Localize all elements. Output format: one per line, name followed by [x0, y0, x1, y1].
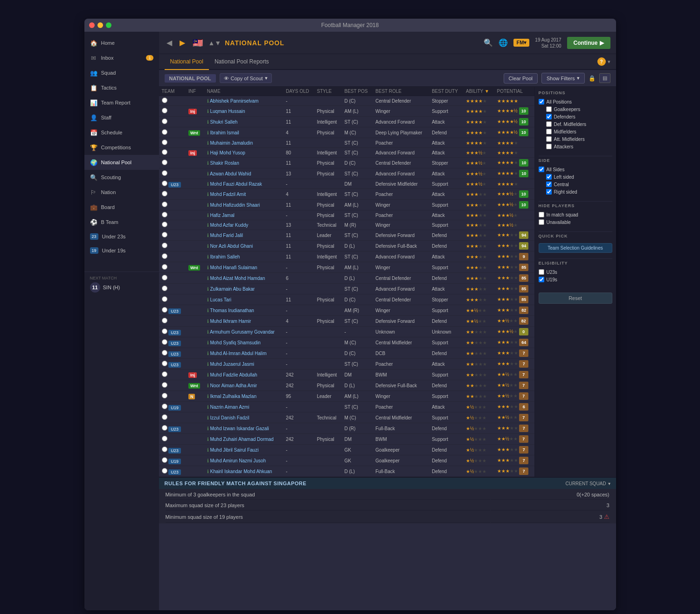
row-selector[interactable] [162, 140, 167, 145]
filter-defenders[interactable]: Defenders [539, 113, 612, 120]
player-info-icon[interactable]: ℹ [207, 98, 209, 104]
row-selector[interactable] [162, 264, 167, 270]
row-selector[interactable] [162, 339, 167, 345]
table-row[interactable]: ℹ Mohd Aizat Mohd Hamdan 6 D (L) Central… [159, 273, 534, 284]
filter-att-midfielders[interactable]: Att. Midfielders [539, 135, 612, 143]
table-row[interactable]: ℹ Zulkarnain Abu Bakar - ST (C) Advanced… [159, 284, 534, 294]
player-info-icon[interactable]: ℹ [207, 297, 209, 302]
table-row[interactable]: ℹ Hafiz Jamal - Physical ST (C) Poacher … [159, 210, 534, 220]
row-selector[interactable] [162, 191, 167, 196]
filter-central[interactable]: Central [539, 181, 612, 188]
cell-name[interactable]: ℹ Mohd Hanafi Sulaiman [204, 262, 283, 273]
player-info-icon[interactable]: ℹ [207, 181, 209, 187]
row-selector[interactable] [162, 447, 167, 452]
player-info-icon[interactable]: ℹ [207, 340, 209, 345]
table-row[interactable]: U23 ℹ Khairil Iskandar Mohd Ahkuan - D (… [159, 466, 534, 477]
cell-name[interactable]: ℹ Muhd Farid Jalil [204, 230, 283, 241]
table-row[interactable]: Inj ℹ Haji Mohd Yusop 80 Intelligent ST … [159, 148, 534, 158]
table-row[interactable]: U23 ℹ Muhd Juzaerul Jasmi - ST (C) Poach… [159, 359, 534, 370]
player-info-icon[interactable]: ℹ [207, 405, 209, 410]
show-filters-button[interactable]: Show Filters ▾ [541, 73, 585, 84]
row-selector[interactable] [162, 108, 167, 113]
tab-national-pool[interactable]: National Pool [165, 54, 209, 70]
table-row[interactable]: U23 ℹ Muhd Jibril Sairul Fauzi - GK Goal… [159, 445, 534, 455]
table-row[interactable]: ℹ Shukri Salleh 11 Intelligent ST (C) Ad… [159, 117, 534, 127]
table-row[interactable]: ℹ Mohd Fadzil Amit 4 Intelligent ST (C) … [159, 189, 534, 200]
cell-name[interactable]: ℹ Muhd Jibril Sairul Fauzi [204, 445, 283, 455]
sidebar-item-home[interactable]: 🏠 Home [84, 35, 159, 50]
row-selector[interactable] [162, 149, 167, 155]
cell-name[interactable]: ℹ Armuhum Gurusamy Govandar [204, 327, 283, 337]
row-selector[interactable] [162, 98, 167, 103]
sidebar-item-tactics[interactable]: 📋 Tactics [84, 80, 159, 95]
player-info-icon[interactable]: ℹ [207, 415, 209, 420]
cell-name[interactable]: ℹ Abhishek Pannirselvam [204, 96, 283, 106]
defenders-checkbox[interactable] [546, 114, 552, 119]
row-selector[interactable] [162, 181, 167, 186]
filter-attackers[interactable]: Attackers [539, 143, 612, 150]
cell-name[interactable]: ℹ Ikmal Zulhaika Mazlan [204, 391, 283, 402]
table-row[interactable]: U23 ℹ Mohd Syafiq Shamsudin - M (C) Cent… [159, 337, 534, 348]
row-selector[interactable] [162, 361, 167, 366]
player-info-icon[interactable]: ℹ [207, 171, 209, 176]
table-row[interactable]: U23 ℹ Muhd Al-Imran Abdul Halim - D (C) … [159, 348, 534, 359]
player-info-icon[interactable]: ℹ [207, 119, 209, 125]
table-row[interactable]: Wnt ℹ Mohd Hanafi Sulaiman - Physical AM… [159, 262, 534, 273]
filter-u23s[interactable]: U23s [539, 268, 612, 276]
player-info-icon[interactable]: ℹ [207, 254, 209, 259]
row-selector[interactable] [162, 160, 167, 165]
row-selector[interactable] [162, 212, 167, 217]
row-selector[interactable] [162, 350, 167, 356]
expand-icon[interactable]: ▾ [608, 59, 610, 65]
player-info-icon[interactable]: ℹ [207, 130, 209, 135]
filter-in-match-squad[interactable]: In match squad [539, 211, 612, 218]
player-info-icon[interactable]: ℹ [207, 308, 209, 313]
row-selector[interactable] [162, 436, 167, 441]
filter-unavailable[interactable]: Unavailable [539, 218, 612, 226]
sidebar-item-inbox[interactable]: ✉ Inbox 1 [84, 50, 159, 65]
cell-name[interactable]: ℹ Muhd Al-Imran Abdul Halim [204, 348, 283, 359]
cell-name[interactable]: ℹ Mohd Azfar Kuddy [204, 220, 283, 230]
help-button[interactable]: ? [597, 57, 606, 66]
cell-name[interactable]: ℹ Hafiz Jamal [204, 210, 283, 220]
table-row[interactable]: U23 ℹ Mohd Izwan Iskandar Gazali - D (R)… [159, 423, 534, 434]
player-info-icon[interactable]: ℹ [207, 150, 209, 155]
player-info-icon[interactable]: ℹ [207, 223, 209, 228]
cell-name[interactable]: ℹ Azwan Abdul Wahid [204, 168, 283, 179]
table-row[interactable]: ℹ Muhd Ikhram Hamir 4 Physical ST (C) De… [159, 316, 534, 327]
table-row[interactable]: ℹ Nor Azli Abdul Ghani 11 Physical D (L)… [159, 241, 534, 251]
minimize-button[interactable] [97, 22, 103, 28]
player-info-icon[interactable]: ℹ [207, 160, 209, 166]
cell-name[interactable]: ℹ Muhd Juzaerul Jasmi [204, 359, 283, 370]
player-info-icon[interactable]: ℹ [207, 437, 209, 442]
row-selector[interactable] [162, 457, 167, 463]
row-selector[interactable] [162, 253, 167, 259]
unavailable-checkbox[interactable] [539, 219, 544, 225]
table-row[interactable]: U23 ℹ Mohd Fauzi Abdul Razak - DM Defens… [159, 179, 534, 189]
row-selector[interactable] [162, 328, 167, 334]
player-info-icon[interactable]: ℹ [207, 233, 209, 238]
globe-icon[interactable]: 🌐 [499, 38, 508, 47]
row-selector[interactable] [162, 393, 167, 398]
table-row[interactable]: N ℹ Ikmal Zulhaika Mazlan 95 Leader AM (… [159, 391, 534, 402]
player-info-icon[interactable]: ℹ [207, 244, 209, 249]
columns-button[interactable]: ▤ [599, 73, 610, 83]
table-row[interactable]: ℹ Muhaimin Jamaludin 11 ST (C) Poacher A… [159, 138, 534, 148]
cell-name[interactable]: ℹ Haji Mohd Yusop [204, 148, 283, 158]
player-info-icon[interactable]: ℹ [207, 109, 209, 114]
table-row[interactable]: ℹ Muhd Zuhairi Ahamad Dormad 242 Physica… [159, 434, 534, 445]
row-selector[interactable] [162, 307, 167, 313]
u19s-checkbox[interactable] [539, 277, 544, 282]
player-info-icon[interactable]: ℹ [207, 319, 209, 324]
fm-badge[interactable]: FM▾ [513, 39, 529, 47]
filter-right-sided[interactable]: Right sided [539, 188, 612, 195]
filter-def-midfielders[interactable]: Def. Midfielders [539, 120, 612, 128]
row-selector[interactable] [162, 286, 167, 291]
filter-midfielders[interactable]: Midfielders [539, 128, 612, 135]
cell-name[interactable]: ℹ Shukri Salleh [204, 117, 283, 127]
table-row[interactable]: ℹ Muhd Hafizuddin Shaari 11 Physical AM … [159, 200, 534, 210]
row-selector[interactable] [162, 232, 167, 237]
sidebar-item-competitions[interactable]: 🏆 Competitions [84, 140, 159, 155]
expand-squad-icon[interactable]: ▾ [608, 481, 610, 486]
cell-name[interactable]: ℹ Mohd Syafiq Shamsudin [204, 337, 283, 348]
